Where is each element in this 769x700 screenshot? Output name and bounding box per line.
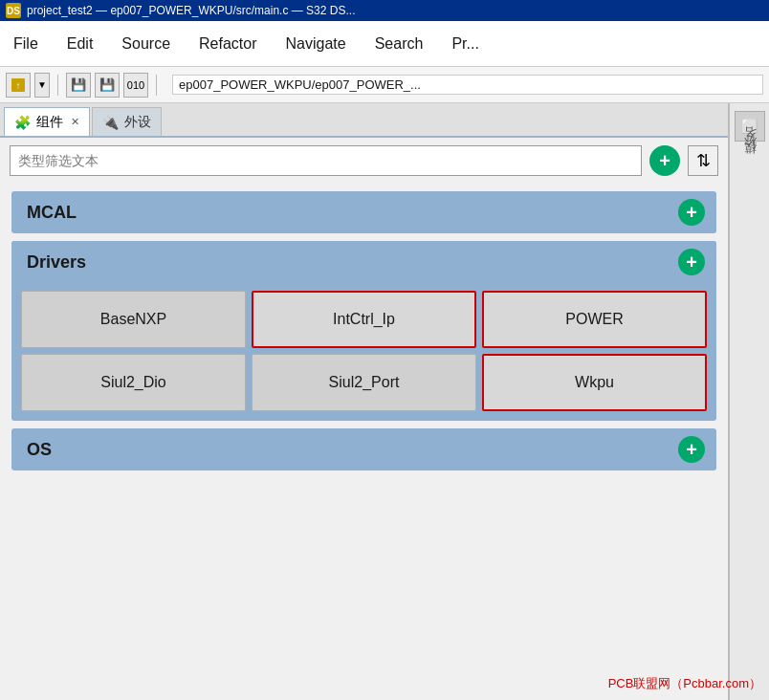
component-basenxp[interactable]: BaseNXP — [21, 291, 246, 348]
os-add-button[interactable]: + — [678, 436, 705, 463]
menu-refactor[interactable]: Refactor — [193, 32, 262, 56]
category-os-header: OS + — [11, 428, 716, 470]
tab-components-label: 组件 — [36, 114, 63, 131]
peripherals-icon: 🔌 — [102, 115, 119, 130]
title-text: project_test2 — ep007_POWER_WKPU/src/mai… — [27, 4, 355, 17]
filter-area: + ⇅ — [0, 138, 728, 184]
toolbar-dropdown-btn[interactable]: ▼ — [34, 73, 50, 98]
category-os-label: OS — [27, 440, 52, 460]
svg-text:↑: ↑ — [16, 80, 21, 91]
mcal-add-button[interactable]: + — [678, 199, 705, 226]
drivers-add-button[interactable]: + — [678, 249, 705, 275]
watermark: PCB联盟网（Pcbbar.com） — [608, 675, 761, 692]
add-component-button[interactable]: + — [649, 145, 680, 176]
category-mcal-label: MCAL — [27, 203, 77, 223]
sort-button[interactable]: ⇅ — [688, 145, 718, 176]
component-siul2-port[interactable]: Siul2_Port — [252, 354, 476, 411]
menu-source[interactable]: Source — [116, 32, 176, 56]
component-intctrl-ip[interactable]: IntCtrl_Ip — [252, 291, 476, 348]
right-panel: ⬜ 名 称 模 — [729, 103, 769, 700]
menu-more[interactable]: Pr... — [446, 32, 484, 56]
drivers-grid: BaseNXP IntCtrl_Ip POWER Siul2_Dio Siul2… — [11, 283, 716, 421]
menu-navigate[interactable]: Navigate — [280, 32, 352, 56]
category-os: OS + — [11, 428, 716, 470]
category-drivers: Drivers + BaseNXP IntCtrl_Ip POWER Siul2… — [11, 241, 716, 421]
tab-peripherals-label: 外设 — [124, 114, 151, 131]
component-siul2-dio[interactable]: Siul2_Dio — [21, 354, 246, 411]
app-icon: DS — [6, 3, 21, 18]
toolbar-sep-1 — [57, 75, 58, 96]
component-area: MCAL + Drivers + BaseNXP IntCtrl_Ip — [0, 184, 728, 700]
toolbar-up-btn[interactable]: ↑ — [6, 73, 31, 98]
main-area: 🧩 组件 ✕ 🔌 外设 + ⇅ MCAL + — [0, 103, 769, 700]
right-panel-btn-1[interactable]: ⬜ — [735, 111, 765, 142]
toolbar-saveas-btn[interactable]: 💾 — [95, 73, 120, 98]
menu-edit[interactable]: Edit — [61, 32, 99, 56]
title-bar: DS project_test2 — ep007_POWER_WKPU/src/… — [0, 0, 769, 21]
toolbar-sep-2 — [156, 75, 157, 96]
tab-peripherals[interactable]: 🔌 外设 — [92, 107, 162, 136]
toolbar-save-btn[interactable]: 💾 — [66, 73, 91, 98]
category-mcal: MCAL + — [11, 191, 716, 233]
toolbar-path: ep007_POWER_WKPU/ep007_POWER_... — [172, 75, 763, 95]
menu-search[interactable]: Search — [369, 32, 429, 56]
component-power[interactable]: POWER — [482, 291, 707, 348]
menu-file[interactable]: File — [8, 32, 44, 56]
toolbar-binary-btn[interactable]: 010 — [123, 73, 148, 98]
left-panel: 🧩 组件 ✕ 🔌 外设 + ⇅ MCAL + — [0, 103, 729, 700]
category-drivers-label: Drivers — [27, 252, 86, 273]
tab-components-close[interactable]: ✕ — [71, 116, 79, 128]
menu-bar: File Edit Source Refactor Navigate Searc… — [0, 21, 769, 67]
components-icon: 🧩 — [14, 115, 31, 130]
right-panel-icon-1: ⬜ — [741, 119, 758, 134]
component-wkpu[interactable]: Wkpu — [482, 354, 707, 411]
category-drivers-header: Drivers + — [11, 241, 716, 283]
tab-components[interactable]: 🧩 组件 ✕ — [4, 107, 90, 136]
filter-input[interactable] — [10, 145, 642, 176]
toolbar: ↑ ▼ 💾 💾 010 ep007_POWER_WKPU/ep007_POWER… — [0, 67, 769, 103]
category-mcal-header: MCAL + — [11, 191, 716, 233]
tab-bar: 🧩 组件 ✕ 🔌 外设 — [0, 103, 728, 138]
